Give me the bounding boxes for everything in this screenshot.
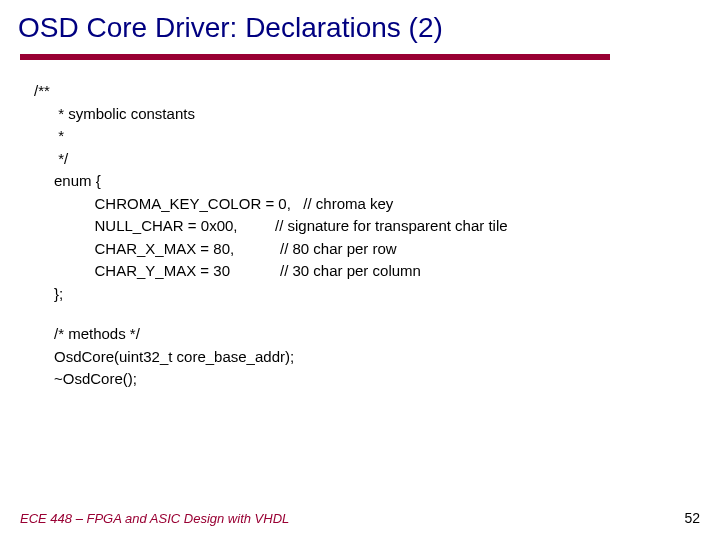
code-line: CHROMA_KEY_COLOR = 0, // chroma key xyxy=(34,193,720,216)
code-line: CHAR_X_MAX = 80, // 80 char per row xyxy=(34,238,720,261)
page-number: 52 xyxy=(684,510,700,526)
code-block: /** * symbolic constants * */ enum { CHR… xyxy=(0,60,720,391)
course-label: ECE 448 – FPGA and ASIC Design with VHDL xyxy=(20,511,289,526)
code-line: /* methods */ xyxy=(34,323,720,346)
code-line: enum { xyxy=(34,170,720,193)
footer: ECE 448 – FPGA and ASIC Design with VHDL… xyxy=(20,510,700,526)
code-line: OsdCore(uint32_t core_base_addr); xyxy=(34,346,720,369)
code-line: NULL_CHAR = 0x00, // signature for trans… xyxy=(34,215,720,238)
code-line: * symbolic constants xyxy=(34,103,720,126)
code-line: CHAR_Y_MAX = 30 // 30 char per column xyxy=(34,260,720,283)
code-line: /** xyxy=(34,80,720,103)
code-line: * xyxy=(34,125,720,148)
code-line: ~OsdCore(); xyxy=(34,368,720,391)
page-title: OSD Core Driver: Declarations (2) xyxy=(0,0,720,54)
code-line: */ xyxy=(34,148,720,171)
code-line: }; xyxy=(34,283,720,306)
